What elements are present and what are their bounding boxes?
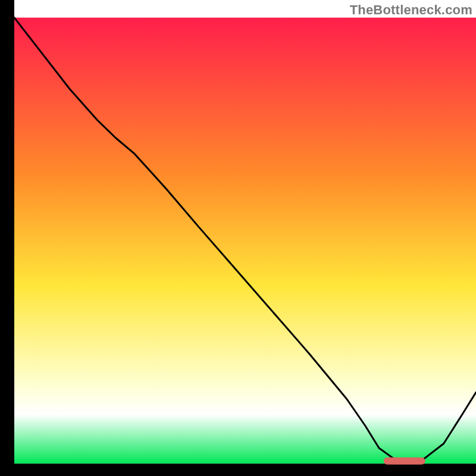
plot-background [14,18,476,464]
watermark-text: TheBottleneck.com [350,2,472,18]
axis-bottom [0,464,476,476]
optimal-range-marker [384,458,425,465]
axis-left [0,0,14,476]
bottleneck-chart [0,0,476,476]
